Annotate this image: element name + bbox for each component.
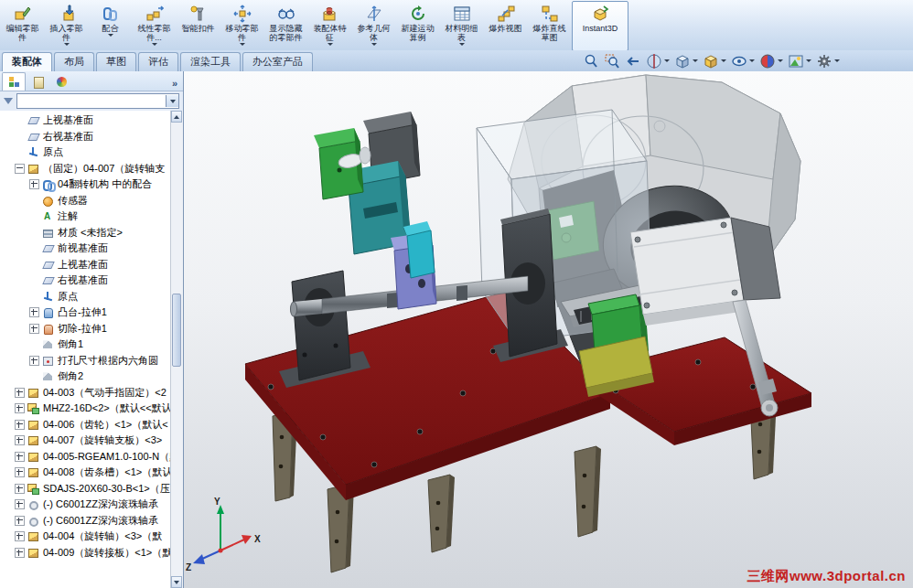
show-hidden-components-button[interactable]: 显示隐藏的零部件 — [264, 1, 307, 51]
tab-office-products[interactable]: 办公室产品 — [242, 52, 313, 71]
display-style-dropdown-icon[interactable] — [721, 59, 726, 62]
tab-render-tools[interactable]: 渲染工具 — [180, 52, 241, 71]
show-hidden-components-label: 显示隐藏的零部件 — [266, 24, 306, 42]
hide-show-items-dropdown-icon[interactable] — [749, 59, 755, 62]
tree-item[interactable]: 打孔尺寸根据内六角圆 — [0, 353, 183, 369]
hide-show-items-icon[interactable] — [729, 52, 748, 69]
assembly-3d-model[interactable]: Y X Z — [184, 71, 913, 588]
tab-configurationmanager[interactable] — [49, 72, 73, 91]
tree-scrollbar[interactable] — [170, 111, 183, 588]
expand-icon[interactable] — [29, 179, 39, 189]
expand-icon[interactable] — [15, 452, 25, 462]
edit-appearance-dropdown-icon[interactable] — [778, 59, 783, 62]
tab-propertymanager[interactable] — [26, 72, 49, 91]
bill-of-materials-button[interactable]: 材料明细表 — [440, 1, 483, 51]
expand-icon[interactable] — [15, 484, 25, 494]
tree-item[interactable]: 04-004（旋转轴）<3>（默 — [0, 529, 183, 545]
view-settings-dropdown-icon[interactable] — [834, 59, 840, 62]
tree-item[interactable]: 04-007（旋转轴支板）<3> — [0, 433, 183, 449]
section-view-dropdown-icon[interactable] — [664, 59, 670, 62]
tree-item[interactable]: 原点 — [0, 144, 183, 161]
graphics-viewport[interactable]: Y X Z 三维网www.3dportal.cn — [184, 71, 913, 588]
filter-dropdown-icon[interactable] — [166, 95, 178, 107]
tree-item[interactable]: 04-006（齿轮）<1>（默认< — [0, 417, 183, 433]
view-orientation-icon[interactable] — [672, 52, 692, 69]
hole-feature-icon — [42, 355, 54, 367]
scroll-up-button[interactable] — [171, 111, 182, 123]
expand-icon[interactable] — [15, 420, 25, 430]
tree-item[interactable]: 右视基准面 — [0, 273, 183, 289]
tree-item[interactable]: 04-008（齿条槽）<1>（默认 — [0, 465, 183, 481]
expand-icon[interactable] — [15, 531, 25, 541]
expand-icon[interactable] — [15, 388, 25, 398]
tab-assembly[interactable]: 装配体 — [2, 52, 52, 71]
expand-icon[interactable] — [29, 307, 39, 317]
instant3d-button[interactable]: Instant3D — [572, 1, 628, 51]
previous-view-icon[interactable] — [623, 52, 642, 69]
expand-icon[interactable] — [15, 548, 25, 558]
plane-icon — [42, 259, 54, 271]
tree-item[interactable]: 04-003（气动手指固定）<2 — [0, 385, 183, 401]
edit-appearance-icon[interactable] — [757, 52, 777, 69]
tree-item[interactable]: 传感器 — [0, 193, 183, 209]
tree-item[interactable]: SDAJS-20X60-30-B<1>（压 — [0, 481, 183, 497]
tree-item[interactable]: 04-009（旋转接板）<1>（默 — [0, 545, 183, 561]
tree-item[interactable]: 注解 — [0, 208, 183, 225]
panel-collapse-chevron[interactable]: » — [172, 78, 181, 91]
tab-featuremanager[interactable] — [2, 72, 26, 91]
tree-item[interactable]: 切除-拉伸1 — [0, 321, 183, 337]
cut-extrude-icon — [42, 323, 54, 335]
view-orientation-dropdown-icon[interactable] — [693, 59, 698, 62]
material-icon — [42, 227, 54, 239]
tree-item[interactable]: 原点 — [0, 289, 183, 305]
display-style-icon[interactable] — [701, 52, 720, 69]
tree-item[interactable]: 倒角2 — [0, 369, 183, 385]
expand-icon[interactable] — [29, 356, 39, 366]
linear-pattern-button[interactable]: 线性零部件... — [133, 1, 176, 51]
tree-item[interactable]: （固定）04-007（旋转轴支 — [0, 161, 183, 177]
tree-item[interactable]: 右视基准面 — [0, 129, 183, 145]
tree-item[interactable]: (-) C6001ZZ深沟滚珠轴承 — [0, 513, 183, 529]
new-motion-study-button[interactable]: 新建运动算例 — [396, 1, 439, 51]
expand-icon[interactable] — [29, 324, 39, 334]
tree-item[interactable]: 上视基准面 — [0, 257, 183, 273]
section-view-icon[interactable] — [644, 52, 663, 69]
explode-line-sketch-button[interactable]: 爆炸直线草图 — [528, 1, 571, 51]
zoom-to-area-icon[interactable] — [602, 52, 621, 69]
tree-item[interactable]: 倒角1 — [0, 337, 183, 353]
expand-icon[interactable] — [15, 516, 25, 526]
tree-item[interactable]: 上视基准面 — [0, 112, 183, 129]
left-shaft-bracket[interactable] — [279, 271, 371, 388]
tree-item[interactable]: 凸台-拉伸1 — [0, 305, 183, 321]
apply-scene-dropdown-icon[interactable] — [806, 59, 811, 62]
collapse-icon[interactable] — [15, 164, 25, 174]
expand-icon[interactable] — [15, 499, 25, 509]
scrollbar-thumb[interactable] — [172, 294, 181, 367]
expand-icon[interactable] — [15, 435, 25, 445]
mate-button[interactable]: 配合 — [89, 1, 132, 51]
tab-layout[interactable]: 布局 — [54, 52, 94, 71]
smart-fasteners-button[interactable]: 智能扣件 — [177, 1, 220, 51]
exploded-view-button[interactable]: 爆炸视图 — [484, 1, 527, 51]
apply-scene-icon[interactable] — [786, 52, 805, 69]
tree-item[interactable]: (-) C6001ZZ深沟滚珠轴承 — [0, 497, 183, 513]
tree-item[interactable]: 前视基准面 — [0, 241, 183, 257]
plane-icon — [27, 131, 39, 143]
insert-component-button[interactable]: 插入零部件 — [45, 1, 88, 51]
expand-icon[interactable] — [15, 467, 25, 477]
view-settings-icon[interactable] — [814, 52, 833, 69]
edit-component-button[interactable]: 编辑零部件 — [1, 1, 44, 51]
tab-evaluate[interactable]: 评估 — [138, 52, 178, 71]
assembly-features-button[interactable]: 装配体特征 — [308, 1, 351, 51]
tree-item[interactable]: MHZ2-16D<2>（默认<<默认 — [0, 401, 183, 417]
tree-item[interactable]: 材质 <未指定> — [0, 225, 183, 241]
reference-geometry-button[interactable]: 参考几何体 — [352, 1, 395, 51]
tree-filter-input[interactable] — [16, 93, 179, 109]
tree-item[interactable]: 04-005-RGEAM1.0-100-N（默 — [0, 449, 183, 465]
expand-icon[interactable] — [15, 403, 25, 413]
zoom-fit-icon[interactable] — [581, 52, 600, 69]
scroll-down-button[interactable] — [171, 576, 182, 588]
tree-item[interactable]: 04翻转机构 中的配合 — [0, 176, 183, 193]
move-component-button[interactable]: 移动零部件 — [220, 1, 263, 51]
tab-sketch[interactable]: 草图 — [96, 52, 136, 71]
